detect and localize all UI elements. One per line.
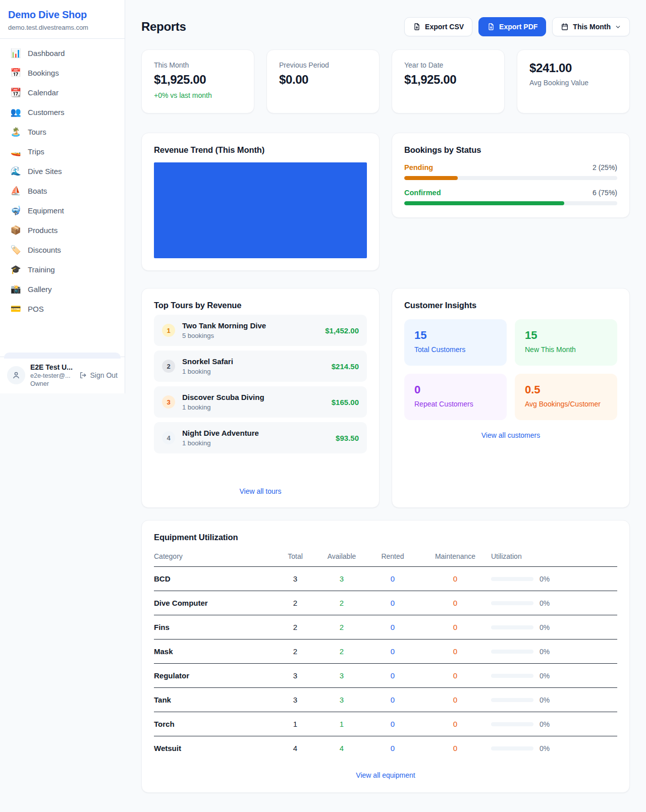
sign-out-icon bbox=[79, 371, 87, 379]
cell-category: Wetsuit bbox=[154, 744, 273, 752]
sidebar-item-label: Boats bbox=[28, 187, 47, 195]
table-row: Dive Computer 2 2 0 0 0% bbox=[154, 591, 617, 615]
insight-label: Total Customers bbox=[414, 345, 497, 354]
cell-total: 3 bbox=[273, 574, 317, 583]
view-all-tours-link[interactable]: View all tours bbox=[154, 478, 367, 495]
tour-revenue: $214.50 bbox=[332, 362, 359, 371]
sidebar-item-tours[interactable]: 🏝️ Tours bbox=[4, 123, 121, 141]
cell-total: 1 bbox=[273, 720, 317, 728]
sidebar-item-bookings[interactable]: 📅 Bookings bbox=[4, 64, 121, 82]
stat-label: Year to Date bbox=[404, 61, 492, 69]
tour-name: Snorkel Safari bbox=[182, 357, 325, 366]
progress-fill bbox=[404, 201, 564, 205]
insight-value: 0 bbox=[414, 383, 497, 396]
cell-category: BCD bbox=[154, 574, 273, 583]
user-email: e2e-tester@... bbox=[30, 372, 74, 379]
sidebar-item-customers[interactable]: 👥 Customers bbox=[4, 103, 121, 122]
cell-maintenance: 0 bbox=[419, 623, 491, 631]
dashboard-icon: 📊 bbox=[10, 49, 21, 57]
sidebar-item-dive-sites[interactable]: 🌊 Dive Sites bbox=[4, 162, 121, 181]
main-content: Reports Export CSV Export PDF This Month bbox=[125, 0, 646, 811]
export-csv-label: Export CSV bbox=[425, 23, 464, 31]
tour-row: 1 Two Tank Morning Dive 5 bookings $1,45… bbox=[154, 315, 367, 346]
user-name: E2E Test U... bbox=[30, 363, 74, 371]
insight-grid: 15 Total Customers 15 New This Month 0 R… bbox=[404, 319, 617, 420]
column-header: Available bbox=[317, 552, 366, 560]
sidebar-item-equipment[interactable]: 🤿 Equipment bbox=[4, 201, 121, 220]
wave-icon: 🌊 bbox=[10, 167, 21, 176]
rank-badge: 1 bbox=[162, 324, 175, 337]
export-pdf-button[interactable]: Export PDF bbox=[478, 17, 546, 36]
table-row: Fins 2 2 0 0 0% bbox=[154, 615, 617, 640]
cell-utilization: 0% bbox=[491, 623, 617, 631]
insight-tile-new-this-month: 15 New This Month bbox=[515, 319, 617, 366]
insight-tile-avg-bookings: 0.5 Avg Bookings/Customer bbox=[515, 374, 617, 420]
sign-out-button[interactable]: Sign Out bbox=[79, 371, 118, 379]
sidebar-item-training[interactable]: 🎓 Training bbox=[4, 260, 121, 279]
sidebar-item-gallery[interactable]: 📸 Gallery bbox=[4, 280, 121, 299]
utilization-text: 0% bbox=[540, 575, 550, 583]
user-role: Owner bbox=[30, 380, 74, 387]
status-row-confirmed: Confirmed 6 (75%) bbox=[404, 189, 617, 205]
cell-maintenance: 0 bbox=[419, 695, 491, 704]
camera-icon: 📸 bbox=[10, 285, 21, 294]
graduation-cap-icon: 🎓 bbox=[10, 265, 21, 274]
table-row: Wetsuit 4 4 0 0 0% bbox=[154, 736, 617, 760]
cell-available: 2 bbox=[317, 599, 366, 607]
user-info: E2E Test U... e2e-tester@... Owner bbox=[30, 363, 74, 387]
cell-maintenance: 0 bbox=[419, 647, 491, 656]
sidebar-item-pos[interactable]: 💳 POS bbox=[4, 300, 121, 318]
revenue-trend-panel: Revenue Trend (This Month) bbox=[141, 133, 380, 271]
progress-track bbox=[404, 201, 617, 205]
utilization-track bbox=[491, 577, 533, 581]
tour-revenue: $165.00 bbox=[332, 398, 359, 407]
export-csv-button[interactable]: Export CSV bbox=[404, 17, 472, 36]
sidebar-item-label: Calendar bbox=[28, 88, 59, 97]
sidebar-item-products[interactable]: 📦 Products bbox=[4, 221, 121, 240]
tour-bookings: 5 bookings bbox=[182, 332, 318, 339]
stat-delta: +0% vs last month bbox=[154, 91, 242, 99]
tour-name: Discover Scuba Diving bbox=[182, 393, 325, 401]
cell-total: 3 bbox=[273, 671, 317, 680]
insight-value: 15 bbox=[525, 329, 607, 342]
avatar bbox=[7, 366, 25, 384]
period-dropdown[interactable]: This Month bbox=[552, 17, 630, 36]
stat-label: This Month bbox=[154, 61, 242, 69]
tour-revenue: $93.50 bbox=[336, 434, 359, 442]
cell-available: 1 bbox=[317, 720, 366, 728]
column-header: Total bbox=[273, 552, 317, 560]
stat-card-this-month: This Month $1,925.00 +0% vs last month bbox=[141, 49, 254, 113]
stat-value: $0.00 bbox=[279, 73, 367, 87]
view-all-customers-link[interactable]: View all customers bbox=[404, 431, 617, 439]
sidebar-item-trips[interactable]: 🚤 Trips bbox=[4, 142, 121, 161]
status-label: Pending bbox=[404, 163, 433, 171]
cell-available: 2 bbox=[317, 623, 366, 631]
cell-rented: 0 bbox=[366, 671, 419, 680]
sidebar-item-boats[interactable]: ⛵ Boats bbox=[4, 182, 121, 200]
stat-card-year-to-date: Year to Date $1,925.00 bbox=[392, 49, 505, 113]
progress-track bbox=[404, 176, 617, 180]
stat-cards: This Month $1,925.00 +0% vs last month P… bbox=[141, 49, 630, 113]
sidebar-item-label: Trips bbox=[28, 147, 44, 156]
view-all-equipment-link[interactable]: View all equipment bbox=[154, 771, 617, 779]
insight-label: Repeat Customers bbox=[414, 400, 497, 408]
stat-value: $241.00 bbox=[529, 61, 617, 75]
table-header: Category Total Available Rented Maintena… bbox=[154, 552, 617, 567]
cell-available: 2 bbox=[317, 647, 366, 656]
cell-total: 3 bbox=[273, 695, 317, 704]
sidebar-item-partial-highlight[interactable] bbox=[4, 353, 121, 359]
sidebar: Demo Dive Shop demo.test.divestreams.com… bbox=[0, 0, 125, 393]
sidebar-item-calendar[interactable]: 📆 Calendar bbox=[4, 83, 121, 102]
cell-rented: 0 bbox=[366, 599, 419, 607]
file-download-icon bbox=[413, 23, 421, 31]
cell-utilization: 0% bbox=[491, 648, 617, 656]
sidebar-item-dashboard[interactable]: 📊 Dashboard bbox=[4, 44, 121, 63]
column-header: Utilization bbox=[491, 552, 617, 560]
rank-badge: 3 bbox=[162, 395, 175, 409]
table-row: BCD 3 3 0 0 0% bbox=[154, 567, 617, 591]
tag-icon: 🏷️ bbox=[10, 246, 21, 254]
utilization-text: 0% bbox=[540, 599, 550, 607]
cell-utilization: 0% bbox=[491, 696, 617, 704]
cell-rented: 0 bbox=[366, 744, 419, 752]
sidebar-item-discounts[interactable]: 🏷️ Discounts bbox=[4, 241, 121, 259]
